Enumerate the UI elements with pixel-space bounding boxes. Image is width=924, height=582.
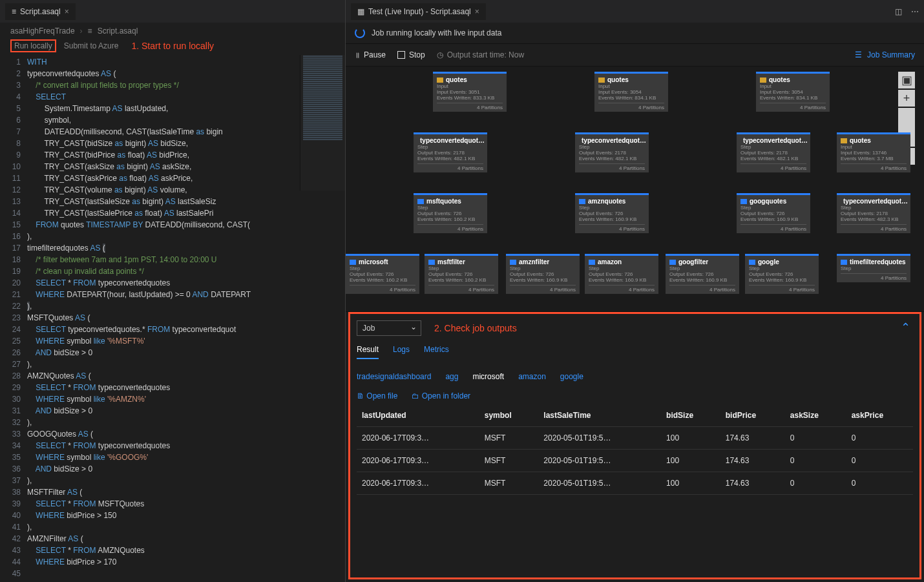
node-icon — [841, 260, 847, 265]
breadcrumb-file[interactable]: Script.asaql — [98, 26, 138, 36]
editor-pane: ≡ Script.asaql × asaHighFreqTrade › ≡ Sc… — [0, 0, 346, 582]
annotation-2: 2. Check job outputs — [434, 323, 517, 333]
output-tab-amazon[interactable]: amazon — [518, 372, 546, 381]
preview-tab[interactable]: ▦ Test (Live Input) - Script.asaql × — [351, 3, 486, 20]
breadcrumb-root[interactable]: asaHighFreqTrade — [10, 26, 75, 36]
open-file-link[interactable]: 🗎 Open file — [357, 391, 397, 400]
col-bidSize: bidSize — [661, 404, 720, 427]
tab-title: Script.asaql — [20, 7, 61, 16]
run-locally-link[interactable]: Run locally — [10, 39, 56, 52]
node-icon — [749, 260, 755, 265]
fit-icon[interactable]: ▣ — [898, 72, 915, 88]
job-controls: ॥Pause Stop ◷Output start time: Now ☰Job… — [346, 44, 924, 67]
preview-icon: ▦ — [357, 7, 364, 16]
job-status-bar: Job running locally with live input data — [346, 23, 924, 44]
preview-title: Test (Live Input) - Script.asaql — [368, 7, 471, 16]
job-dropdown[interactable]: Job — [357, 320, 421, 336]
diagram-node[interactable]: googfilter Step Output Events: 726Events… — [666, 254, 739, 294]
diagram-node[interactable]: googquotes Step Output Events: 726Events… — [737, 193, 810, 233]
list-icon: ☰ — [855, 50, 862, 59]
clock-icon: ◷ — [437, 50, 443, 59]
table-row[interactable]: 2020-06-17T09:3…MSFT2020-05-01T19:5…1001… — [357, 450, 913, 472]
diagram-node[interactable]: quotes Input Input Events: 3054Events Wr… — [594, 72, 668, 112]
node-icon — [579, 199, 585, 204]
status-text: Job running locally with live input data — [372, 28, 501, 37]
col-lastSaleTime: lastSaleTime — [538, 404, 661, 427]
node-icon — [740, 199, 747, 204]
line-gutter: 1234567891011121314151617181920212223242… — [0, 55, 27, 582]
editor-tabbar: ≡ Script.asaql × — [0, 0, 345, 23]
code-editor[interactable]: 1234567891011121314151617181920212223242… — [0, 55, 345, 582]
node-icon — [589, 260, 595, 265]
chevron-right-icon: › — [80, 26, 83, 36]
spinner-icon — [355, 28, 365, 38]
diagram-node[interactable]: amznfilter Step Output Events: 726Events… — [506, 254, 580, 294]
col-symbol: symbol — [479, 404, 539, 427]
minimap[interactable] — [300, 55, 345, 191]
tab-logs[interactable]: Logs — [393, 345, 410, 359]
file-icon: ≡ — [12, 7, 16, 16]
tab-metrics[interactable]: Metrics — [424, 345, 449, 359]
job-diagram[interactable]: ▣ + − quotes Input Input Events: 3051Eve… — [346, 67, 924, 312]
diagram-node[interactable]: typeconvertedquot… Step Output Events: 2… — [837, 193, 910, 233]
node-icon — [841, 138, 847, 143]
node-icon — [417, 199, 424, 204]
col-askPrice: askPrice — [846, 404, 913, 427]
output-tab-google[interactable]: google — [560, 372, 583, 381]
zoom-in-icon[interactable]: + — [898, 90, 915, 107]
open-folder-link[interactable]: 🗀 Open in folder — [412, 391, 470, 400]
split-icon[interactable]: ◫ — [895, 7, 902, 16]
submit-azure-link[interactable]: Submit to Azure — [64, 41, 119, 50]
node-icon — [350, 260, 356, 265]
diagram-node[interactable]: amznquotes Step Output Events: 726Events… — [575, 193, 649, 233]
output-tab-tradesignaldashboard[interactable]: tradesignaldashboard — [357, 372, 431, 381]
diagram-node[interactable]: amazon Step Output Events: 726Events Wri… — [585, 254, 658, 294]
diagram-node[interactable]: quotes Input Input Events: 13746Events W… — [837, 132, 910, 172]
results-table: lastUpdatedsymbollastSaleTimebidSizebidP… — [357, 404, 913, 495]
breadcrumb[interactable]: asaHighFreqTrade › ≡ Script.asaql — [0, 23, 345, 39]
diagram-node[interactable]: quotes Input Input Events: 3054Events Wr… — [756, 72, 830, 112]
code-body[interactable]: WITHtypeconvertedquotes AS ( /* convert … — [27, 55, 345, 582]
col-bidPrice: bidPrice — [720, 404, 785, 427]
diagram-node[interactable]: microsoft Step Output Events: 726Events … — [346, 254, 419, 294]
node-icon — [669, 260, 676, 265]
col-askSize: askSize — [785, 404, 846, 427]
table-row[interactable]: 2020-06-17T09:3…MSFT2020-05-01T19:5…1001… — [357, 427, 913, 450]
table-header-row: lastUpdatedsymbollastSaleTimebidSizebidP… — [357, 404, 913, 427]
tab-result[interactable]: Result — [357, 345, 379, 359]
job-summary-link[interactable]: ☰Job Summary — [855, 50, 915, 59]
codelens-actions: Run locally Submit to Azure 1. Start to … — [0, 39, 345, 55]
diagram-node[interactable]: timefilteredquotes Step 4 Partitions — [837, 254, 910, 282]
node-icon — [428, 260, 435, 265]
pause-button[interactable]: ॥Pause — [355, 50, 386, 59]
diagram-node[interactable]: typeconvertedquot… Step Output Events: 2… — [414, 132, 487, 172]
diagram-node[interactable]: google Step Output Events: 726Events Wri… — [745, 254, 819, 294]
output-start-time: ◷Output start time: Now — [437, 50, 524, 59]
output-tabs: tradesignaldashboardaggmicrosoftamazongo… — [357, 366, 913, 388]
result-tabs: ResultLogsMetrics — [357, 338, 913, 366]
node-icon — [760, 78, 766, 83]
diagram-node[interactable]: quotes Input Input Events: 3051Events Wr… — [433, 72, 507, 112]
stop-icon — [397, 51, 405, 59]
node-icon — [437, 78, 443, 83]
table-row[interactable]: 2020-06-17T09:3…MSFT2020-05-01T19:5…1001… — [357, 472, 913, 495]
more-icon[interactable]: ⋯ — [911, 7, 919, 16]
output-tab-microsoft[interactable]: microsoft — [472, 372, 504, 381]
diagram-node[interactable]: typeconvertedquot… Step Output Events: 2… — [575, 132, 649, 172]
results-panel: ⌃ Job 2. Check job outputs ResultLogsMet… — [348, 312, 921, 579]
collapse-icon[interactable]: ⌃ — [901, 320, 910, 335]
node-icon — [510, 260, 516, 265]
diagram-node[interactable]: msftquotes Step Output Events: 726Events… — [414, 193, 487, 233]
output-tab-agg[interactable]: agg — [445, 372, 458, 381]
stop-button[interactable]: Stop — [397, 50, 425, 59]
close-icon[interactable]: × — [65, 7, 69, 16]
close-icon[interactable]: × — [475, 7, 479, 16]
results-pane: ▦ Test (Live Input) - Script.asaql × ◫ ⋯… — [346, 0, 924, 582]
diagram-node[interactable]: msftfilter Step Output Events: 726Events… — [425, 254, 498, 294]
annotation-1: 1. Start to run locally — [131, 41, 214, 51]
node-icon — [598, 78, 605, 83]
diagram-node[interactable]: typeconvertedquot… Step Output Events: 2… — [737, 132, 810, 172]
col-lastUpdated: lastUpdated — [357, 404, 479, 427]
editor-tab[interactable]: ≡ Script.asaql × — [5, 3, 76, 20]
right-tabbar: ▦ Test (Live Input) - Script.asaql × ◫ ⋯ — [346, 0, 924, 23]
